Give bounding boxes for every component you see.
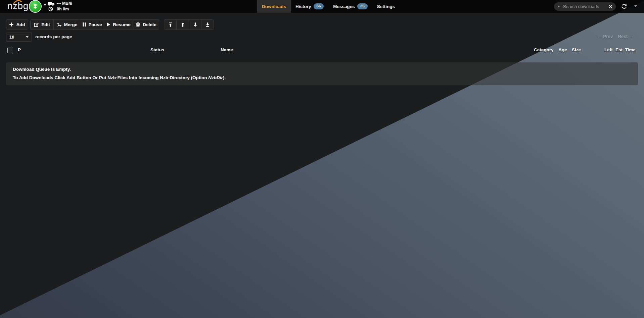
col-header-est-time[interactable]: Est. Time [615,47,636,52]
col-header-category[interactable]: Category [534,47,554,52]
merge-button[interactable]: Merge [53,19,80,30]
messages-count-badge: 35 [357,3,368,9]
truck-icon [48,2,55,6]
download-circle-button[interactable] [29,0,42,13]
delete-button-label: Delete [143,22,156,27]
col-header-name[interactable]: Name [221,47,233,52]
col-header-size[interactable]: Size [572,47,581,52]
delete-button[interactable]: Delete [133,19,159,30]
play-icon [106,22,110,27]
download-menu-caret-icon[interactable] [44,4,46,6]
select-all-checkbox[interactable] [7,48,13,53]
refresh-menu-caret-icon[interactable] [634,5,637,7]
tab-history-label: History [295,4,311,9]
merge-icon [56,22,62,27]
resume-button-label: Resume [113,22,131,27]
tab-messages-label: Messages [333,4,355,9]
trash-icon [136,22,140,27]
download-speed: --- MB/s [57,1,72,6]
move-up-button[interactable] [176,19,189,30]
add-button-label: Add [16,22,25,27]
col-header-age[interactable]: Age [558,47,567,52]
history-count-badge: 66 [314,3,324,9]
edit-icon [34,22,39,27]
move-to-top-icon [168,22,173,27]
empty-queue-message-option: NzbDir [208,75,223,80]
logo-arc-icon [13,0,22,4]
empty-queue-title: Download Queue Is Empty. [13,67,631,72]
move-to-bottom-button[interactable] [201,19,214,30]
select-caret-icon [26,36,29,38]
col-header-left[interactable]: Left [604,47,613,52]
tab-messages[interactable]: Messages 35 [328,0,372,13]
edit-button[interactable]: Edit [30,19,54,30]
tab-history[interactable]: History 66 [291,0,328,13]
queue-actions-group: Edit Merge Pause Resume [30,19,159,30]
col-header-status[interactable]: Status [150,47,164,52]
merge-button-label: Merge [64,22,78,27]
search-input[interactable] [562,4,608,9]
move-to-bottom-icon [205,22,210,27]
records-per-page-value: 10 [9,35,14,40]
move-to-top-button[interactable] [164,19,177,30]
clock-icon [48,7,53,11]
refresh-icon[interactable] [620,3,628,10]
pause-button[interactable]: Pause [80,19,104,30]
pause-button-label: Pause [89,22,102,27]
main-tabs: Downloads History 66 Messages 35 Setting… [257,0,400,13]
move-buttons-group [164,19,214,30]
next-page-link[interactable]: Next → [618,34,634,39]
resume-button[interactable]: Resume [104,19,133,30]
search-box [554,2,616,11]
records-per-page-label: records per page [35,34,72,39]
tab-downloads[interactable]: Downloads [257,0,291,13]
search-options-caret-icon[interactable] [557,6,560,7]
tab-settings[interactable]: Settings [372,0,400,13]
pause-icon [82,22,86,27]
plus-icon [9,22,14,27]
edit-button-label: Edit [41,22,50,27]
move-down-icon [193,22,198,27]
empty-queue-message-suffix: ). [223,75,226,80]
time-remaining: 0h 0m [57,7,69,11]
tab-downloads-label: Downloads [262,4,286,9]
prev-page-link[interactable]: ← Prev [597,34,613,39]
empty-queue-message-prefix: To Add Downloads Click Add Button Or Put… [13,75,208,80]
move-up-icon [180,22,185,27]
col-header-priority[interactable]: P [18,47,21,52]
records-per-page-select[interactable]: 10 [6,33,32,42]
clear-x-icon[interactable] [608,4,613,9]
move-down-button[interactable] [189,19,201,30]
empty-queue-panel: Download Queue Is Empty. To Add Download… [6,62,638,85]
nzbget-app: nzbget --- MB/s [0,0,644,318]
navbar: nzbget --- MB/s [0,0,644,13]
add-button[interactable]: Add [6,19,28,30]
download-circle-icon [32,3,39,10]
empty-queue-message: To Add Downloads Click Add Button Or Put… [13,75,631,80]
tab-settings-label: Settings [377,4,395,9]
